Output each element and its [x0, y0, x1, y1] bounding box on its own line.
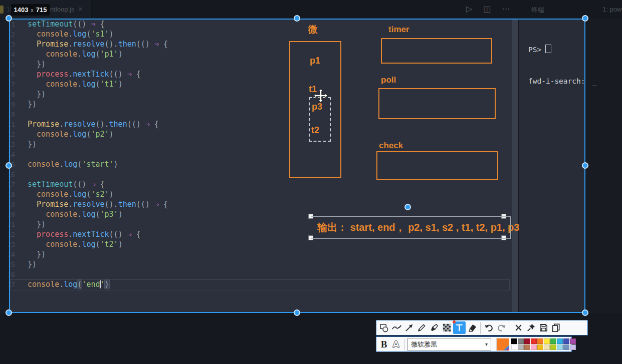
color-swatch[interactable]: [524, 344, 530, 350]
toolbar-separator: [508, 322, 512, 334]
snip-size-separator: x: [31, 7, 34, 13]
snip-height: 715: [36, 6, 47, 14]
color-swatch[interactable]: [511, 344, 517, 350]
marker-icon[interactable]: [428, 321, 441, 334]
snip-resize-handle[interactable]: [582, 309, 588, 316]
current-color-swatch[interactable]: [496, 338, 509, 351]
shapes-icon[interactable]: [378, 321, 390, 334]
eraser-icon[interactable]: [466, 321, 478, 334]
editor-actions: ▷ ◫ ⋯: [466, 4, 510, 14]
color-swatch[interactable]: [524, 338, 530, 344]
color-swatch[interactable]: [531, 338, 537, 344]
color-swatch[interactable]: [570, 338, 576, 344]
color-swatch[interactable]: [563, 344, 569, 350]
close-icon[interactable]: [512, 321, 525, 334]
color-swatch[interactable]: [537, 344, 543, 350]
tab-close-icon[interactable]: ×: [78, 5, 83, 13]
copy-icon[interactable]: [550, 321, 562, 334]
pencil-icon[interactable]: [416, 321, 428, 334]
js-file-icon: [0, 6, 4, 14]
screen: 19 ntloop.js × ▷ ◫ ⋯ 终端 1: pow 1setTimeo…: [0, 0, 622, 364]
snip-resize-handle[interactable]: [582, 162, 588, 169]
bold-button[interactable]: B: [378, 338, 390, 350]
tab-bar: 19 ntloop.js × ▷ ◫ ⋯ 终端 1: pow: [0, 0, 622, 19]
toolbar-separator: [478, 322, 483, 334]
dropdown-caret-icon: ▾: [485, 341, 488, 347]
color-swatch[interactable]: [563, 338, 569, 344]
outline-button[interactable]: A: [390, 338, 402, 350]
polyline-icon[interactable]: [390, 321, 403, 334]
color-swatch[interactable]: [518, 344, 524, 350]
toolbar-separator: [402, 338, 406, 350]
color-swatch[interactable]: [537, 338, 543, 344]
color-palette: [511, 338, 576, 350]
snip-size-badge: 1403 x 715: [11, 4, 50, 16]
red-dot-badge: [453, 320, 456, 323]
color-swatch[interactable]: [550, 344, 556, 350]
text-icon[interactable]: [453, 321, 466, 334]
more-actions-icon[interactable]: ⋯: [502, 4, 510, 14]
snip-resize-handle[interactable]: [294, 309, 300, 316]
split-editor-icon[interactable]: ◫: [483, 4, 491, 14]
run-icon[interactable]: ▷: [466, 4, 472, 14]
snip-resize-handle[interactable]: [294, 15, 300, 22]
color-swatch[interactable]: [557, 338, 563, 344]
font-family-select[interactable]: 微软雅黑 ▾: [407, 338, 491, 351]
tab-title: ntloop.js: [50, 6, 74, 13]
color-swatch[interactable]: [544, 344, 550, 350]
snipaste-text-toolbar: B A 微软雅黑 ▾: [376, 336, 572, 352]
font-name: 微软雅黑: [411, 340, 437, 349]
color-swatch[interactable]: [557, 344, 563, 350]
color-swatch[interactable]: [511, 338, 517, 344]
terminal-underscore-cursor: _: [592, 77, 597, 85]
custom-color-corner-icon: [504, 345, 509, 350]
terminal-dropdown[interactable]: 1: pow: [602, 6, 621, 13]
snip-resize-handle[interactable]: [6, 162, 12, 169]
arrow-icon[interactable]: [403, 321, 416, 334]
snipaste-toolbar: [376, 320, 588, 335]
pin-icon[interactable]: [525, 321, 537, 334]
snip-resize-handle[interactable]: [582, 15, 588, 22]
terminal-panel-title[interactable]: 终端: [531, 6, 544, 15]
save-icon[interactable]: [537, 321, 550, 334]
snip-resize-handle[interactable]: [6, 15, 12, 22]
snip-selection-border[interactable]: [9, 19, 585, 313]
color-swatch[interactable]: [518, 338, 524, 344]
redo-icon[interactable]: [495, 321, 508, 334]
color-swatch[interactable]: [531, 344, 537, 350]
color-swatch[interactable]: [544, 338, 550, 344]
snip-resize-handle[interactable]: [6, 309, 12, 316]
snip-width: 1403: [14, 6, 28, 14]
mosaic-icon[interactable]: [441, 321, 453, 334]
undo-icon[interactable]: [483, 321, 495, 334]
color-swatch[interactable]: [570, 344, 576, 350]
color-swatch[interactable]: [550, 338, 556, 344]
